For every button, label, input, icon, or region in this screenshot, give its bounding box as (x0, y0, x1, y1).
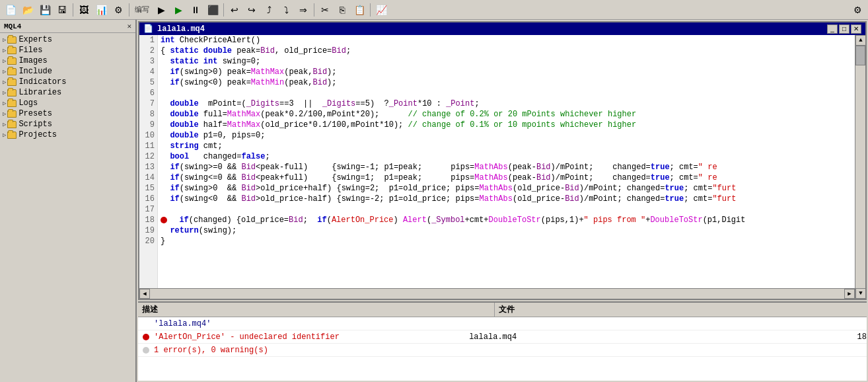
error-row-2[interactable]: 1 error(s), 0 warning(s) (138, 344, 867, 357)
save-button[interactable]: 💾 (37, 3, 53, 17)
tree-label-9: Projects (18, 130, 57, 139)
code-text-7: double mPoint=(_Digits==3 || _Digits==5)… (161, 98, 480, 109)
sidebar-item-include[interactable]: ▷Include (0, 66, 135, 77)
toolbar-icon1[interactable]: 🖼 (76, 3, 92, 17)
code-area[interactable]: 1234567891011121314151617181920 int Chec… (139, 35, 855, 299)
hscroll-track[interactable] (150, 289, 844, 299)
settings-icon[interactable]: ⚙ (850, 3, 865, 17)
toolbar-sep-2 (129, 3, 129, 17)
compile-button[interactable]: ▶ (153, 3, 169, 17)
tree-arrow-9: ▷ (3, 132, 6, 139)
horizontal-scrollbar[interactable]: ◀ ▶ (139, 288, 855, 299)
toolbar-sep-3 (223, 3, 224, 17)
line-number-15: 15 (139, 183, 157, 194)
sidebar-item-indicators[interactable]: ▷Indicators (0, 77, 135, 87)
code-line-4: if(swing>0) peak=MathMax(peak,Bid); (158, 67, 855, 77)
tree-arrow-0: ▷ (3, 36, 6, 44)
step-out-button[interactable]: ⤴ (261, 3, 277, 17)
new-button[interactable]: 📄 (3, 3, 18, 17)
code-line-16: if(swing<0 && Bid>old_price-half) {swing… (158, 194, 855, 204)
open-button[interactable]: 📂 (20, 3, 36, 17)
sidebar: MQL4 ✕ ▷Experts▷Files▷Images▷Include▷Ind… (0, 20, 137, 382)
sidebar-item-presets[interactable]: ▷Presets (0, 108, 135, 119)
code-line-11: string cmt; (158, 141, 855, 151)
line-number-19: 19 (139, 225, 157, 236)
close-button[interactable]: ✕ (851, 24, 861, 34)
minimize-button[interactable]: _ (827, 24, 838, 34)
folder-icon-7 (7, 110, 17, 118)
error-list: 'lalala.mq4''AlertOn_Price' - undeclared… (138, 317, 867, 381)
line-number-7: 7 (139, 98, 157, 109)
vscroll-down-button[interactable]: ▼ (855, 288, 865, 299)
folder-icon-9 (7, 132, 17, 139)
sidebar-close-button[interactable]: ✕ (127, 22, 131, 30)
code-text-1: int CheckPriceAlert() (161, 35, 260, 46)
step-btn4[interactable]: ⤵ (278, 3, 294, 17)
error-row-1[interactable]: 'AlertOn_Price' - undeclared identifierl… (138, 330, 867, 344)
line-number-14: 14 (139, 172, 157, 183)
sidebar-item-logs[interactable]: ▷Logs (0, 98, 135, 108)
maximize-button[interactable]: □ (839, 24, 850, 34)
error-row-0[interactable]: 'lalala.mq4' (138, 317, 867, 330)
pause-button[interactable]: ⏸ (188, 3, 203, 17)
sidebar-item-projects[interactable]: ▷Projects (0, 130, 135, 140)
folder-icon-2 (7, 57, 17, 65)
sidebar-item-experts[interactable]: ▷Experts (0, 34, 135, 45)
step-btn5[interactable]: ⇒ (295, 3, 311, 17)
folder-icon-5 (7, 89, 17, 96)
error-dot-indicator (161, 217, 167, 223)
sidebar-item-scripts[interactable]: ▷Scripts (0, 119, 135, 130)
sidebar-item-files[interactable]: ▷Files (0, 45, 135, 56)
vscroll-track[interactable] (855, 46, 865, 288)
error-file-1: lalala.mq4 (465, 332, 853, 342)
cut-button[interactable]: ✂ (317, 3, 333, 17)
code-line-13: if(swing>=0 && Bid<peak-full) {swing=-1;… (158, 162, 855, 172)
editor-titlebar: 📄 lalala.mq4 _ □ ✕ (139, 22, 865, 35)
saveas-button[interactable]: 🖫 (54, 3, 70, 17)
toolbar-icon2[interactable]: 📊 (93, 3, 109, 17)
line-number-16: 16 (139, 194, 157, 204)
hscroll-right-button[interactable]: ▶ (844, 289, 855, 299)
run-button[interactable]: ▶ (170, 3, 186, 17)
code-line-10: double p1=0, pips=0; (158, 130, 855, 141)
step-over-button[interactable]: ↪ (244, 3, 260, 17)
hscroll-left-button[interactable]: ◀ (139, 289, 150, 299)
sidebar-item-libraries[interactable]: ▷Libraries (0, 87, 135, 98)
toolbar-icon3[interactable]: ⚙ (110, 3, 126, 17)
stop-button[interactable]: ⬛ (205, 3, 221, 17)
vscroll-up-button[interactable]: ▲ (855, 35, 865, 46)
main-layout: MQL4 ✕ ▷Experts▷Files▷Images▷Include▷Ind… (0, 20, 868, 382)
error-desc-2: 1 error(s), 0 warning(s) (154, 346, 470, 355)
paste-button[interactable]: 📋 (351, 3, 367, 17)
tree-arrow-5: ▷ (3, 89, 6, 96)
tree-arrow-4: ▷ (3, 79, 6, 86)
code-line-17 (158, 204, 855, 215)
code-line-1: int CheckPriceAlert() (158, 35, 855, 46)
info-icon-2 (141, 345, 151, 356)
chart-button[interactable]: 📈 (373, 3, 389, 17)
code-line-2: { static double peak=Bid, old_price=Bid; (158, 46, 855, 56)
tree-arrow-1: ▷ (3, 47, 6, 54)
vertical-scrollbar[interactable]: ▲ ▼ (855, 35, 865, 299)
tree-arrow-3: ▷ (3, 68, 6, 75)
error-icon-1 (141, 332, 151, 342)
line-number-9: 9 (139, 120, 157, 130)
tree-arrow-6: ▷ (3, 100, 6, 107)
tree-label-8: Scripts (18, 120, 52, 129)
code-content[interactable]: int CheckPriceAlert(){ static double pea… (158, 35, 855, 288)
tree-arrow-8: ▷ (3, 121, 6, 128)
editor-titlebar-right: _ □ ✕ (827, 24, 861, 34)
error-panel-header: 描述 文件 行 (138, 303, 867, 317)
sidebar-item-images[interactable]: ▷Images (0, 56, 135, 66)
copy-button[interactable]: ⎘ (334, 3, 350, 17)
error-line-1: 18 (853, 332, 867, 342)
code-text-20: } (161, 236, 165, 247)
editor-title: lalala.mq4 (157, 24, 205, 34)
line-number-5: 5 (139, 77, 157, 88)
line-number-8: 8 (139, 109, 157, 120)
line-number-2: 2 (139, 46, 157, 56)
sidebar-tree: ▷Experts▷Files▷Images▷Include▷Indicators… (0, 33, 135, 382)
folder-icon-3 (7, 68, 17, 75)
vscroll-thumb[interactable] (855, 46, 865, 65)
step-into-button[interactable]: ↩ (227, 3, 242, 17)
